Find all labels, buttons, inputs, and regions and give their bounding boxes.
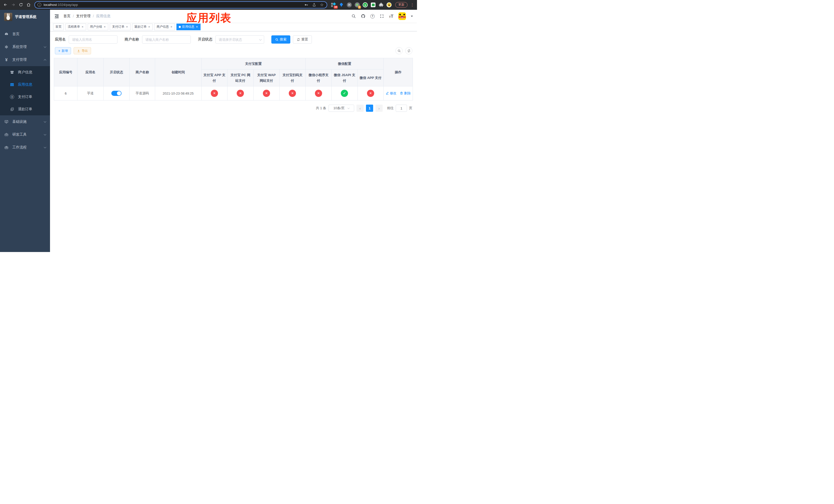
col-alipay-app: 支付宝 APP 支付 (201, 69, 227, 86)
group-wechat-config: 微信配置 (305, 58, 384, 69)
page-size-select[interactable]: 10条/页 (329, 105, 354, 112)
help-icon[interactable]: ? (370, 14, 375, 19)
extension-chat-icon[interactable] (371, 2, 376, 7)
extension-recorder-icon[interactable]: 1 (355, 2, 360, 7)
toggle-search-button[interactable] (395, 47, 403, 54)
back-arrow-icon (3, 3, 8, 7)
close-icon[interactable]: × (104, 25, 106, 28)
github-icon[interactable] (361, 14, 366, 19)
browser-home-button[interactable] (25, 1, 32, 9)
search-icon (275, 38, 279, 41)
close-icon[interactable]: × (196, 25, 198, 28)
pagination: 共 1 条 10条/页 ‹ 1 › 前往 页 (54, 105, 412, 112)
goto-page-input[interactable] (396, 105, 407, 112)
sidebar-logo[interactable]: 芋道管理系统 (0, 10, 50, 24)
browser-forward-button[interactable] (9, 1, 17, 9)
tag-app-info[interactable]: 应用信息× (176, 24, 201, 30)
sidebar-item-infra[interactable]: 基础设施 (0, 115, 50, 128)
url-text[interactable]: localhost:1024/pay/app (44, 3, 304, 7)
tag-process-form[interactable]: 流程表单× (65, 24, 86, 30)
reset-button[interactable]: 重置 (293, 36, 312, 44)
enabled-toggle[interactable] (111, 91, 122, 96)
extension-y-icon[interactable]: y (363, 2, 368, 7)
browser-toolbar: i localhost:1024/pay/app ☆ 10 ⌘ 1 y 更新 ⋮ (0, 0, 417, 10)
header-search-icon[interactable] (351, 14, 356, 19)
col-status: 开启状态 (103, 58, 130, 86)
tag-merchant-info[interactable]: 商户信息× (154, 24, 175, 30)
sidebar-item-refund-orders[interactable]: 退款订单 (0, 103, 50, 115)
close-icon[interactable]: × (170, 25, 173, 28)
sidebar-item-workflow[interactable]: 工作流程 (0, 141, 50, 154)
home-icon (26, 3, 31, 7)
tag-pay-orders[interactable]: 支付订单× (110, 24, 131, 30)
browser-reload-button[interactable] (17, 1, 25, 9)
bookmark-star-icon[interactable]: ☆ (320, 3, 324, 7)
add-button[interactable]: + 新增 (55, 47, 71, 54)
sidebar-item-merchant-info[interactable]: 商户信息 (0, 66, 50, 78)
forward-arrow-icon (11, 3, 15, 7)
grid-table-icon (10, 82, 14, 87)
col-created: 创建时间 (155, 58, 201, 86)
breadcrumb-payment[interactable]: 支付管理 (76, 14, 90, 19)
sidebar-item-app-info[interactable]: 应用信息 (0, 78, 50, 91)
prev-page-button[interactable]: ‹ (356, 105, 364, 112)
storefront-icon (10, 70, 14, 75)
font-size-icon[interactable]: TT (389, 14, 393, 19)
page-1-button[interactable]: 1 (366, 105, 373, 112)
chrome-update-button[interactable]: 更新 (395, 2, 408, 8)
user-avatar[interactable] (398, 12, 406, 20)
status-select[interactable] (215, 36, 264, 44)
refresh-icon (407, 49, 411, 52)
gear-icon (4, 45, 9, 49)
share-icon[interactable] (312, 3, 316, 7)
tag-user-group[interactable]: 用户分组× (88, 24, 109, 30)
app-name-label: 应用名 (55, 37, 66, 42)
col-alipay-qr: 支付宝扫码支付 (280, 69, 306, 86)
group-alipay-config: 支付宝配置 (201, 58, 305, 69)
tag-home[interactable]: 首页 (53, 24, 64, 30)
chevron-down-icon (44, 145, 46, 148)
documents-icon (10, 107, 14, 112)
fullscreen-icon[interactable] (379, 14, 384, 19)
extensions-puzzle-icon[interactable] (378, 2, 384, 7)
briefcase-icon (4, 145, 9, 150)
close-icon[interactable]: × (148, 25, 151, 28)
search-button[interactable]: 搜索 (271, 36, 290, 44)
avatar-caret-icon[interactable] (411, 16, 413, 17)
browser-back-button[interactable] (2, 1, 9, 9)
close-icon[interactable]: × (126, 25, 128, 28)
sidebar-item-dev-tools[interactable]: 研发工具 (0, 128, 50, 141)
chevron-down-icon (348, 107, 350, 109)
yen-circle-icon: ¥ (10, 95, 14, 99)
extension-tampermonkey-icon[interactable]: 10 (331, 2, 336, 7)
sidebar-item-payment[interactable]: ¥ 支付管理 (0, 53, 50, 66)
logo-rabbit-image (4, 13, 12, 21)
extension-gem-icon[interactable] (339, 2, 344, 7)
sidebar-item-home[interactable]: 首页 (0, 28, 50, 41)
trash-icon (400, 92, 403, 95)
status-alipay-pc-icon: × (237, 90, 244, 97)
close-icon[interactable]: × (81, 25, 84, 28)
breadcrumb-home[interactable]: 首页 (63, 14, 70, 19)
sidebar-item-pay-orders[interactable]: ¥ 支付订单 (0, 91, 50, 103)
extension-command-icon[interactable]: ⌘ (347, 2, 352, 7)
browser-menu-icon[interactable]: ⋮ (410, 3, 414, 7)
browser-profile-avatar[interactable] (387, 2, 392, 7)
refresh-table-button[interactable] (405, 47, 412, 54)
delete-link[interactable]: 删除 (400, 91, 411, 96)
password-key-icon[interactable] (304, 3, 308, 7)
sidebar-item-system[interactable]: 系统管理 (0, 41, 50, 53)
site-info-icon[interactable]: i (38, 3, 41, 7)
chevron-down-icon (44, 133, 46, 135)
top-navbar: 首页 / 支付管理 / 应用信息 ? TT (50, 10, 417, 23)
tag-refund-orders[interactable]: 退款订单× (132, 24, 153, 30)
next-page-button[interactable]: › (375, 105, 382, 112)
col-actions: 操作 (384, 58, 413, 86)
export-button[interactable]: 导出 (73, 47, 91, 54)
app-name-input[interactable] (69, 36, 117, 44)
col-alipay-wap: 支付宝 WAP 网站支付 (254, 69, 280, 86)
sidebar-fold-icon[interactable] (54, 14, 59, 19)
edit-link[interactable]: 修改 (386, 91, 396, 96)
address-bar[interactable]: i localhost:1024/pay/app ☆ (35, 1, 327, 8)
merchant-name-input[interactable] (142, 36, 191, 44)
